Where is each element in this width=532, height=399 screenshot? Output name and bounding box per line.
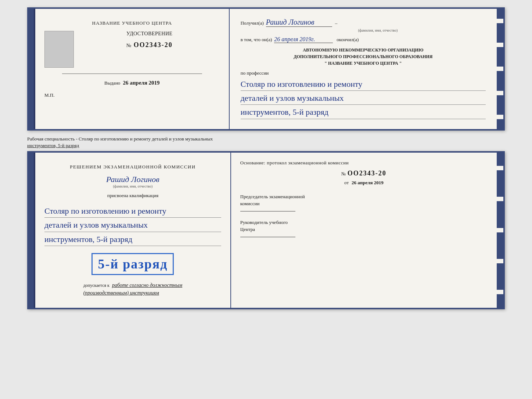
director-line1: Руководитель учебного xyxy=(240,220,288,225)
page-right-2: Основание: протокол экзаменационной коми… xyxy=(231,153,497,308)
document-2: Решением экзаменационной комиссии Рашид … xyxy=(27,151,505,309)
edge-strip xyxy=(497,67,503,71)
org-line2: ДОПОЛНИТЕЛЬНОГО ПРОФЕССИОНАЛЬНОГО ОБРАЗО… xyxy=(241,53,486,60)
spine-left-2 xyxy=(29,153,35,308)
edge-strip xyxy=(497,19,503,23)
chairman-section: Председатель экзаменационной комиссии xyxy=(240,193,488,211)
date-value: 26 апреля 2019 xyxy=(352,180,384,185)
issued-label: Выдано xyxy=(104,80,120,86)
basis-label: Основание: протокол экзаменационной коми… xyxy=(240,160,488,166)
org-line1: АВТОНОМНУЮ НЕКОММЕРЧЕСКУЮ ОРГАНИЗАЦИЮ xyxy=(241,47,486,53)
qual-line2: деталей и узлов музыкальных xyxy=(44,218,221,232)
recipient-name-1: Рашид Логинов xyxy=(266,18,314,26)
edge-strip xyxy=(497,197,503,201)
completion-date: 26 апреля 2019г. xyxy=(274,36,333,43)
edge-strip xyxy=(497,290,503,294)
document-1: НАЗВАНИЕ УЧЕБНОГО ЦЕНТРА УДОСТОВЕРЕНИЕ №… xyxy=(27,7,505,131)
assigned-label: присвоена квалификация xyxy=(107,193,158,199)
separator-line1: Рабочая специальность - Столяр по изгото… xyxy=(27,136,213,142)
qual-line3: инструментов, 5-й разряд xyxy=(44,233,221,246)
chairman-line1: Председатель экзаменационной xyxy=(240,194,305,199)
page-right-1: Получил(а) Рашид Логинов – (фамилия, имя… xyxy=(230,9,497,129)
chairman-line2: комиссии xyxy=(240,201,260,206)
training-center-title-1: НАЗВАНИЕ УЧЕБНОГО ЦЕНТРА xyxy=(92,20,172,26)
separator-line2: инструментов, 5-й разряд xyxy=(27,143,79,148)
fio-sub-1: (фамилия, имя, отчество) xyxy=(270,28,486,32)
edge-strip xyxy=(497,115,503,119)
allowed-row: допускается к работе согласно должностны… xyxy=(83,281,182,297)
edge-strip xyxy=(497,43,503,47)
profession-label-1: по профессии xyxy=(241,70,486,76)
decision-label: Решением экзаменационной комиссии xyxy=(70,164,195,170)
allowed-text2: (производственным) инструкциям xyxy=(83,290,159,296)
issued-date-row: Выдано 26 апреля 2019 xyxy=(104,80,159,86)
cert-number: OO2343-20 xyxy=(134,41,173,49)
edge-strip xyxy=(497,228,503,232)
fio-sub-2: (фамилия, имя, отчество) xyxy=(106,184,159,188)
org-block-1: АВТОНОМНУЮ НЕКОММЕРЧЕСКУЮ ОРГАНИЗАЦИЮ ДО… xyxy=(241,47,486,67)
protocol-number: OO2343-20 xyxy=(348,170,387,177)
date-prefix: от xyxy=(344,180,349,185)
right-edge-2 xyxy=(497,153,503,308)
chairman-sig-line xyxy=(240,211,295,211)
right-edge-1 xyxy=(497,9,503,129)
director-section: Руководитель учебного Центра xyxy=(240,219,488,237)
qual-line1: Столяр по изготовлению и ремонту xyxy=(44,204,221,218)
divider-line-1 xyxy=(62,74,202,74)
profession-line1-1: Столяр по изготовлению и ремонту xyxy=(241,78,486,91)
recipient-name-2: Рашид Логинов xyxy=(106,175,159,184)
director-line2: Центра xyxy=(240,227,255,232)
photo-placeholder-1 xyxy=(44,31,74,68)
cert-label: УДОСТОВЕРЕНИЕ xyxy=(126,31,173,37)
edge-strip xyxy=(497,166,503,170)
in-that-prefix: в том, что он(а) xyxy=(241,37,272,43)
dash1: – xyxy=(335,20,338,26)
page-left-2: Решением экзаменационной комиссии Рашид … xyxy=(35,153,231,308)
page-left-1: НАЗВАНИЕ УЧЕБНОГО ЦЕНТРА УДОСТОВЕРЕНИЕ №… xyxy=(35,9,230,129)
separator-text: Рабочая специальность - Столяр по изгото… xyxy=(27,133,505,151)
chairman-label: Председатель экзаменационной комиссии xyxy=(240,193,488,207)
issued-date: 26 апреля 2019 xyxy=(123,80,160,86)
spine-left-1 xyxy=(29,9,35,129)
profession-line2-1: деталей и узлов музыкальных xyxy=(241,92,486,105)
allowed-text: работе согласно должностным xyxy=(112,282,182,288)
profession-line3-1: инструментов, 5-й разряд xyxy=(241,106,486,119)
protocol-prefix: № xyxy=(341,171,346,177)
completed-label: окончил(а) xyxy=(337,37,359,43)
edge-strip xyxy=(497,91,503,95)
allowed-prefix: допускается к xyxy=(83,283,109,288)
rank-large: 5-й разряд xyxy=(98,257,168,271)
received-prefix: Получил(а) xyxy=(241,20,264,26)
org-line3: " НАЗВАНИЕ УЧЕБНОГО ЦЕНТРА " xyxy=(241,60,486,67)
rank-box: 5-й разряд xyxy=(91,253,174,275)
director-sig-line xyxy=(240,237,295,237)
edge-strip xyxy=(497,259,503,263)
mp-label: М.П. xyxy=(44,92,54,98)
director-label: Руководитель учебного Центра xyxy=(240,219,488,233)
cert-number-prefix: № xyxy=(126,43,132,49)
